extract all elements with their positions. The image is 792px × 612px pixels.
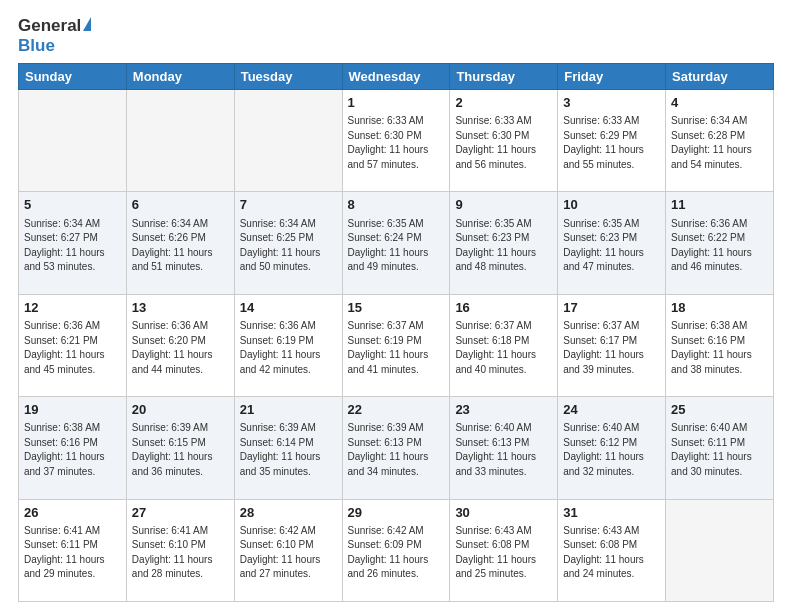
day-number: 1 xyxy=(348,94,445,112)
day-number: 25 xyxy=(671,401,768,419)
day-cell: 9Sunrise: 6:35 AM Sunset: 6:23 PM Daylig… xyxy=(450,192,558,294)
day-detail: Sunrise: 6:37 AM Sunset: 6:18 PM Dayligh… xyxy=(455,319,552,377)
day-number: 16 xyxy=(455,299,552,317)
week-row-4: 19Sunrise: 6:38 AM Sunset: 6:16 PM Dayli… xyxy=(19,397,774,499)
day-number: 2 xyxy=(455,94,552,112)
day-cell xyxy=(234,90,342,192)
day-detail: Sunrise: 6:34 AM Sunset: 6:27 PM Dayligh… xyxy=(24,217,121,275)
day-cell: 6Sunrise: 6:34 AM Sunset: 6:26 PM Daylig… xyxy=(126,192,234,294)
weekday-header-tuesday: Tuesday xyxy=(234,64,342,90)
day-detail: Sunrise: 6:42 AM Sunset: 6:10 PM Dayligh… xyxy=(240,524,337,582)
day-number: 26 xyxy=(24,504,121,522)
day-detail: Sunrise: 6:34 AM Sunset: 6:26 PM Dayligh… xyxy=(132,217,229,275)
day-cell: 3Sunrise: 6:33 AM Sunset: 6:29 PM Daylig… xyxy=(558,90,666,192)
day-cell: 24Sunrise: 6:40 AM Sunset: 6:12 PM Dayli… xyxy=(558,397,666,499)
day-number: 7 xyxy=(240,196,337,214)
day-detail: Sunrise: 6:37 AM Sunset: 6:19 PM Dayligh… xyxy=(348,319,445,377)
day-detail: Sunrise: 6:40 AM Sunset: 6:13 PM Dayligh… xyxy=(455,421,552,479)
day-cell: 19Sunrise: 6:38 AM Sunset: 6:16 PM Dayli… xyxy=(19,397,127,499)
day-cell: 29Sunrise: 6:42 AM Sunset: 6:09 PM Dayli… xyxy=(342,499,450,601)
day-detail: Sunrise: 6:39 AM Sunset: 6:14 PM Dayligh… xyxy=(240,421,337,479)
day-cell: 11Sunrise: 6:36 AM Sunset: 6:22 PM Dayli… xyxy=(666,192,774,294)
day-detail: Sunrise: 6:36 AM Sunset: 6:21 PM Dayligh… xyxy=(24,319,121,377)
day-cell xyxy=(19,90,127,192)
logo-text: General Blue xyxy=(18,16,91,55)
day-cell: 26Sunrise: 6:41 AM Sunset: 6:11 PM Dayli… xyxy=(19,499,127,601)
day-number: 21 xyxy=(240,401,337,419)
day-detail: Sunrise: 6:41 AM Sunset: 6:11 PM Dayligh… xyxy=(24,524,121,582)
day-number: 15 xyxy=(348,299,445,317)
day-number: 22 xyxy=(348,401,445,419)
day-detail: Sunrise: 6:38 AM Sunset: 6:16 PM Dayligh… xyxy=(671,319,768,377)
day-number: 10 xyxy=(563,196,660,214)
logo-blue: Blue xyxy=(18,36,55,55)
day-cell xyxy=(126,90,234,192)
day-number: 29 xyxy=(348,504,445,522)
day-detail: Sunrise: 6:36 AM Sunset: 6:20 PM Dayligh… xyxy=(132,319,229,377)
day-detail: Sunrise: 6:40 AM Sunset: 6:12 PM Dayligh… xyxy=(563,421,660,479)
day-cell: 22Sunrise: 6:39 AM Sunset: 6:13 PM Dayli… xyxy=(342,397,450,499)
day-cell: 1Sunrise: 6:33 AM Sunset: 6:30 PM Daylig… xyxy=(342,90,450,192)
day-detail: Sunrise: 6:35 AM Sunset: 6:23 PM Dayligh… xyxy=(563,217,660,275)
weekday-header-monday: Monday xyxy=(126,64,234,90)
weekday-header-wednesday: Wednesday xyxy=(342,64,450,90)
day-number: 13 xyxy=(132,299,229,317)
day-cell: 25Sunrise: 6:40 AM Sunset: 6:11 PM Dayli… xyxy=(666,397,774,499)
page: General Blue SundayMondayTuesdayWednesda… xyxy=(0,0,792,612)
week-row-1: 1Sunrise: 6:33 AM Sunset: 6:30 PM Daylig… xyxy=(19,90,774,192)
day-cell: 8Sunrise: 6:35 AM Sunset: 6:24 PM Daylig… xyxy=(342,192,450,294)
logo-general: General xyxy=(18,16,81,36)
day-number: 9 xyxy=(455,196,552,214)
day-number: 20 xyxy=(132,401,229,419)
day-cell: 21Sunrise: 6:39 AM Sunset: 6:14 PM Dayli… xyxy=(234,397,342,499)
day-cell: 27Sunrise: 6:41 AM Sunset: 6:10 PM Dayli… xyxy=(126,499,234,601)
day-number: 14 xyxy=(240,299,337,317)
day-detail: Sunrise: 6:39 AM Sunset: 6:13 PM Dayligh… xyxy=(348,421,445,479)
day-cell: 7Sunrise: 6:34 AM Sunset: 6:25 PM Daylig… xyxy=(234,192,342,294)
week-row-3: 12Sunrise: 6:36 AM Sunset: 6:21 PM Dayli… xyxy=(19,294,774,396)
day-cell: 15Sunrise: 6:37 AM Sunset: 6:19 PM Dayli… xyxy=(342,294,450,396)
day-cell: 18Sunrise: 6:38 AM Sunset: 6:16 PM Dayli… xyxy=(666,294,774,396)
day-number: 5 xyxy=(24,196,121,214)
day-number: 3 xyxy=(563,94,660,112)
day-cell: 30Sunrise: 6:43 AM Sunset: 6:08 PM Dayli… xyxy=(450,499,558,601)
weekday-header-friday: Friday xyxy=(558,64,666,90)
day-detail: Sunrise: 6:34 AM Sunset: 6:28 PM Dayligh… xyxy=(671,114,768,172)
day-cell: 17Sunrise: 6:37 AM Sunset: 6:17 PM Dayli… xyxy=(558,294,666,396)
day-detail: Sunrise: 6:43 AM Sunset: 6:08 PM Dayligh… xyxy=(455,524,552,582)
day-detail: Sunrise: 6:36 AM Sunset: 6:22 PM Dayligh… xyxy=(671,217,768,275)
calendar: SundayMondayTuesdayWednesdayThursdayFrid… xyxy=(18,63,774,602)
day-number: 30 xyxy=(455,504,552,522)
day-detail: Sunrise: 6:35 AM Sunset: 6:23 PM Dayligh… xyxy=(455,217,552,275)
logo-triangle-icon xyxy=(83,17,91,31)
day-cell: 23Sunrise: 6:40 AM Sunset: 6:13 PM Dayli… xyxy=(450,397,558,499)
day-cell: 5Sunrise: 6:34 AM Sunset: 6:27 PM Daylig… xyxy=(19,192,127,294)
day-number: 8 xyxy=(348,196,445,214)
day-cell: 10Sunrise: 6:35 AM Sunset: 6:23 PM Dayli… xyxy=(558,192,666,294)
day-detail: Sunrise: 6:42 AM Sunset: 6:09 PM Dayligh… xyxy=(348,524,445,582)
day-number: 17 xyxy=(563,299,660,317)
day-cell: 4Sunrise: 6:34 AM Sunset: 6:28 PM Daylig… xyxy=(666,90,774,192)
day-detail: Sunrise: 6:37 AM Sunset: 6:17 PM Dayligh… xyxy=(563,319,660,377)
day-detail: Sunrise: 6:33 AM Sunset: 6:29 PM Dayligh… xyxy=(563,114,660,172)
day-number: 12 xyxy=(24,299,121,317)
day-number: 31 xyxy=(563,504,660,522)
day-cell: 20Sunrise: 6:39 AM Sunset: 6:15 PM Dayli… xyxy=(126,397,234,499)
header: General Blue xyxy=(18,16,774,55)
day-detail: Sunrise: 6:34 AM Sunset: 6:25 PM Dayligh… xyxy=(240,217,337,275)
day-number: 28 xyxy=(240,504,337,522)
day-cell: 2Sunrise: 6:33 AM Sunset: 6:30 PM Daylig… xyxy=(450,90,558,192)
day-cell: 13Sunrise: 6:36 AM Sunset: 6:20 PM Dayli… xyxy=(126,294,234,396)
day-cell xyxy=(666,499,774,601)
day-cell: 12Sunrise: 6:36 AM Sunset: 6:21 PM Dayli… xyxy=(19,294,127,396)
day-detail: Sunrise: 6:33 AM Sunset: 6:30 PM Dayligh… xyxy=(348,114,445,172)
day-number: 27 xyxy=(132,504,229,522)
logo: General Blue xyxy=(18,16,91,55)
day-number: 23 xyxy=(455,401,552,419)
day-detail: Sunrise: 6:35 AM Sunset: 6:24 PM Dayligh… xyxy=(348,217,445,275)
day-detail: Sunrise: 6:40 AM Sunset: 6:11 PM Dayligh… xyxy=(671,421,768,479)
day-detail: Sunrise: 6:43 AM Sunset: 6:08 PM Dayligh… xyxy=(563,524,660,582)
weekday-header-thursday: Thursday xyxy=(450,64,558,90)
day-number: 4 xyxy=(671,94,768,112)
day-number: 24 xyxy=(563,401,660,419)
